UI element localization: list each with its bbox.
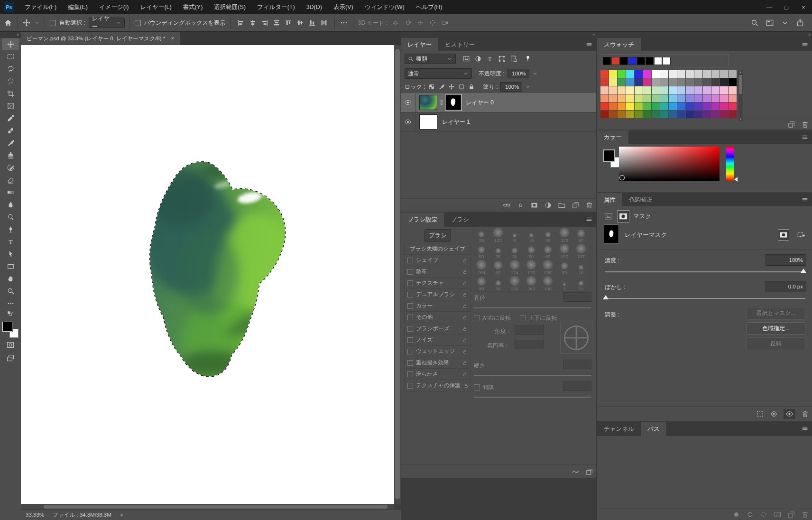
menu-item-3[interactable]: レイヤー(L) bbox=[135, 0, 177, 14]
recent-swatch-6[interactable] bbox=[654, 57, 662, 65]
swatch-51[interactable] bbox=[626, 94, 634, 102]
swatch-37[interactable] bbox=[643, 86, 651, 94]
swatch-59[interactable] bbox=[694, 94, 702, 102]
color-range-button[interactable]: 色域指定... bbox=[747, 322, 805, 335]
align-right-edges-icon[interactable] bbox=[261, 19, 268, 27]
swatch-71[interactable] bbox=[660, 102, 668, 110]
swatch-35[interactable] bbox=[626, 86, 634, 94]
object-selection-tool[interactable] bbox=[2, 75, 19, 87]
history-brush-tool[interactable] bbox=[2, 162, 19, 174]
swatch-1[interactable] bbox=[609, 70, 617, 78]
move-tool[interactable] bbox=[2, 38, 19, 50]
layer-name[interactable]: レイヤー 1 bbox=[442, 118, 470, 126]
brush-preset-123[interactable]: 123 bbox=[490, 227, 506, 243]
swatch-31[interactable] bbox=[729, 78, 737, 86]
align-vertical-centers-icon[interactable] bbox=[296, 19, 304, 27]
swatch-23[interactable] bbox=[660, 78, 668, 86]
menu-item-4[interactable]: 書式(Y) bbox=[177, 0, 209, 14]
dodge-tool[interactable] bbox=[2, 211, 19, 223]
menu-item-10[interactable]: ヘルプ(H) bbox=[410, 0, 448, 14]
document-tab[interactable]: ピーマン.psd @ 33.3% (レイヤー 0, レイヤーマスク/8) * × bbox=[21, 32, 180, 45]
swatch-68[interactable] bbox=[635, 102, 643, 110]
tab-brush-settings[interactable]: ブラシ設定 bbox=[401, 213, 444, 227]
delete-path-icon[interactable] bbox=[801, 511, 809, 519]
filter-smart-objects-icon[interactable] bbox=[510, 55, 517, 63]
lock-transparency-icon[interactable] bbox=[428, 84, 435, 90]
minimize-button[interactable]: — bbox=[761, 0, 778, 14]
swatch-87[interactable] bbox=[660, 111, 668, 118]
brush-preset-25[interactable]: 25 bbox=[490, 276, 506, 291]
swatch-60[interactable] bbox=[703, 94, 711, 102]
brushes-button[interactable]: ブラシ bbox=[424, 229, 451, 242]
brush-option-7[interactable]: ノイズ bbox=[405, 334, 471, 346]
brush-option-checkbox[interactable] bbox=[407, 303, 413, 309]
brush-preset-283[interactable]: 283 bbox=[523, 276, 539, 291]
swap-colors-icon[interactable] bbox=[7, 310, 14, 318]
lock-position-icon[interactable] bbox=[448, 84, 455, 90]
foreground-color-swatch[interactable] bbox=[603, 149, 615, 162]
foreground-background-colors[interactable] bbox=[2, 322, 18, 338]
brush-preset-112[interactable]: 112 bbox=[556, 227, 572, 243]
swatch-29[interactable] bbox=[711, 78, 720, 86]
color-field[interactable] bbox=[619, 147, 720, 181]
collapse-panels-icon[interactable]: » bbox=[401, 32, 597, 38]
lock-artboard-icon[interactable] bbox=[458, 84, 465, 90]
swatches-panel-menu-icon[interactable] bbox=[801, 41, 809, 48]
layer-thumbnail[interactable] bbox=[419, 95, 437, 110]
roundness-value[interactable] bbox=[515, 340, 544, 349]
flip-y-checkbox[interactable] bbox=[520, 315, 526, 321]
swatch-25[interactable] bbox=[677, 78, 685, 86]
chevron-down-icon[interactable] bbox=[532, 71, 538, 76]
brush-option-checkbox[interactable] bbox=[407, 292, 413, 297]
spacing-checkbox[interactable] bbox=[474, 384, 480, 390]
path-as-selection-icon[interactable] bbox=[760, 511, 768, 519]
opacity-value[interactable]: 100% bbox=[508, 69, 529, 78]
new-layer-icon[interactable] bbox=[572, 201, 580, 209]
density-slider[interactable] bbox=[605, 271, 805, 272]
brush-option-checkbox[interactable] bbox=[407, 383, 413, 389]
brush-option-0[interactable]: シェイプ bbox=[405, 255, 471, 266]
swatch-91[interactable] bbox=[694, 111, 702, 118]
brush-option-checkbox[interactable] bbox=[407, 280, 413, 286]
frame-tool[interactable] bbox=[2, 100, 19, 112]
show-bounding-box-checkbox[interactable] bbox=[135, 20, 141, 26]
swatch-49[interactable] bbox=[609, 94, 617, 102]
swatch-9[interactable] bbox=[677, 70, 685, 78]
new-brush-icon[interactable] bbox=[585, 468, 593, 476]
swatch-80[interactable] bbox=[600, 111, 609, 118]
workspace-switcher-icon[interactable] bbox=[766, 19, 774, 27]
swatch-28[interactable] bbox=[703, 78, 711, 86]
swatch-64[interactable] bbox=[600, 102, 609, 110]
swatch-21[interactable] bbox=[643, 78, 651, 86]
diameter-slider[interactable] bbox=[474, 307, 591, 308]
spacing-slider[interactable] bbox=[474, 397, 591, 398]
layer-thumbnail[interactable] bbox=[419, 114, 437, 130]
paths-panel-menu-icon[interactable] bbox=[801, 425, 809, 432]
brush-option-checkbox[interactable] bbox=[407, 258, 413, 263]
tab-history[interactable]: ヒストリー bbox=[438, 38, 482, 51]
recent-swatch-2[interactable] bbox=[620, 57, 628, 65]
recent-swatch-5[interactable] bbox=[646, 57, 654, 65]
distribute-horizontal-centers-icon[interactable] bbox=[320, 19, 328, 27]
recent-swatch-4[interactable] bbox=[637, 57, 645, 65]
swatch-14[interactable] bbox=[720, 70, 728, 78]
brush-stroke-preview-icon[interactable] bbox=[572, 468, 580, 476]
swatch-65[interactable] bbox=[609, 102, 617, 110]
swatch-27[interactable] bbox=[694, 78, 702, 86]
chevron-down-icon[interactable] bbox=[781, 19, 789, 27]
flip-x-checkbox[interactable] bbox=[474, 315, 480, 321]
photoshop-logo[interactable]: Ps bbox=[4, 2, 14, 12]
more-align-options-icon[interactable] bbox=[340, 19, 348, 27]
swatch-92[interactable] bbox=[703, 111, 711, 118]
layer-row-1[interactable]: レイヤー 1 bbox=[401, 112, 596, 132]
add-layer-style-icon[interactable]: fx bbox=[517, 201, 525, 209]
lasso-tool[interactable] bbox=[2, 63, 19, 75]
brush-preset-50[interactable]: 50 bbox=[556, 260, 572, 275]
fill-path-icon[interactable] bbox=[732, 511, 740, 519]
layer-name[interactable]: レイヤー 0 bbox=[466, 99, 494, 107]
select-and-mask-button[interactable]: 選択とマスク... bbox=[747, 307, 805, 320]
angle-value[interactable] bbox=[515, 325, 544, 335]
auto-select-checkbox[interactable] bbox=[50, 20, 56, 26]
swatch-18[interactable] bbox=[618, 78, 626, 86]
chevron-down-icon[interactable] bbox=[525, 84, 531, 90]
